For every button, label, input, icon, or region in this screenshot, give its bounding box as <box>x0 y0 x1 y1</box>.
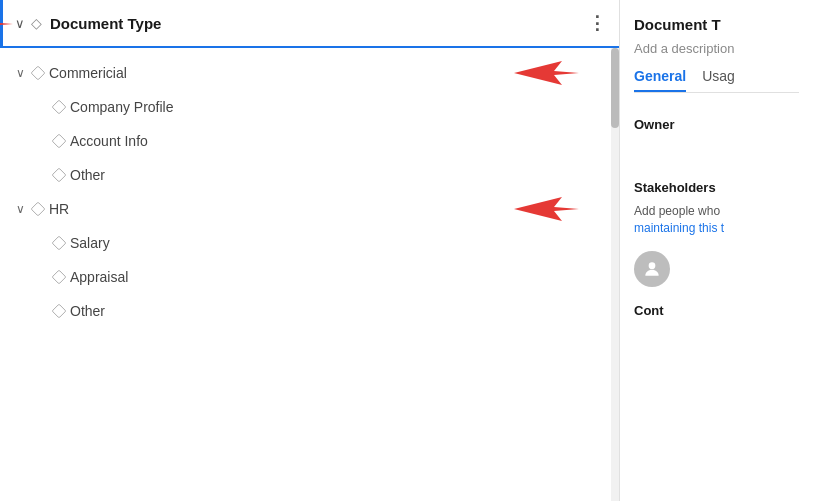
other-hr-label: Other <box>70 303 105 319</box>
tree-header: ∨ ◇ Document Type ⋮ <box>0 0 619 48</box>
stakeholders-desc: Add people who maintaining this t <box>634 203 799 237</box>
company-profile-label: Company Profile <box>70 99 174 115</box>
header-chevron[interactable]: ∨ <box>15 16 25 31</box>
avatar <box>634 251 670 287</box>
scrollbar-track[interactable] <box>611 48 619 501</box>
salary-icon <box>52 236 67 251</box>
header-title: Document Type <box>50 15 588 32</box>
tree-item-other-hr[interactable]: Other <box>0 294 619 328</box>
svg-point-3 <box>649 262 656 269</box>
stakeholders-label: Stakeholders <box>634 180 799 195</box>
salary-label: Salary <box>70 235 110 251</box>
commercial-icon <box>31 66 46 81</box>
commercial-chevron: ∨ <box>16 66 25 80</box>
other-hr-icon <box>52 304 67 319</box>
hr-icon <box>31 202 46 217</box>
hr-label: HR <box>49 201 69 217</box>
doc-subtitle: Add a description <box>634 41 799 56</box>
scrollbar-thumb[interactable] <box>611 48 619 128</box>
header-tag-icon: ◇ <box>31 15 42 31</box>
tree-item-commercial[interactable]: ∨ Commericial <box>0 56 619 90</box>
other-commercial-icon <box>52 168 67 183</box>
right-panel: Document T Add a description General Usa… <box>620 0 813 501</box>
commercial-label: Commericial <box>49 65 127 81</box>
svg-marker-0 <box>0 8 13 40</box>
account-info-label: Account Info <box>70 133 148 149</box>
doc-title: Document T <box>634 16 799 33</box>
appraisal-label: Appraisal <box>70 269 128 285</box>
red-arrow-header <box>0 6 13 42</box>
tree-item-account-info[interactable]: Account Info <box>0 124 619 158</box>
tree-item-company-profile[interactable]: Company Profile <box>0 90 619 124</box>
tree-item-hr[interactable]: ∨ HR <box>0 192 619 226</box>
bottom-label: Cont <box>634 303 799 318</box>
tabs-row: General Usag <box>634 68 799 93</box>
red-arrow-hr <box>514 194 579 224</box>
owner-label: Owner <box>634 117 799 132</box>
appraisal-icon <box>52 270 67 285</box>
more-button[interactable]: ⋮ <box>588 12 607 34</box>
tree-item-salary[interactable]: Salary <box>0 226 619 260</box>
tab-usage[interactable]: Usag <box>702 68 735 92</box>
svg-marker-2 <box>514 197 579 221</box>
tree-body: ∨ Commericial Company Profile Account In… <box>0 48 619 501</box>
account-info-icon <box>52 134 67 149</box>
tree-item-appraisal[interactable]: Appraisal <box>0 260 619 294</box>
svg-marker-1 <box>514 61 579 85</box>
tab-general[interactable]: General <box>634 68 686 92</box>
red-arrow-commercial <box>514 58 579 88</box>
company-profile-icon <box>52 100 67 115</box>
hr-chevron: ∨ <box>16 202 25 216</box>
tree-item-other-commercial[interactable]: Other <box>0 158 619 192</box>
left-panel: ∨ ◇ Document Type ⋮ ∨ Commericial Compan… <box>0 0 620 501</box>
other-commercial-label: Other <box>70 167 105 183</box>
